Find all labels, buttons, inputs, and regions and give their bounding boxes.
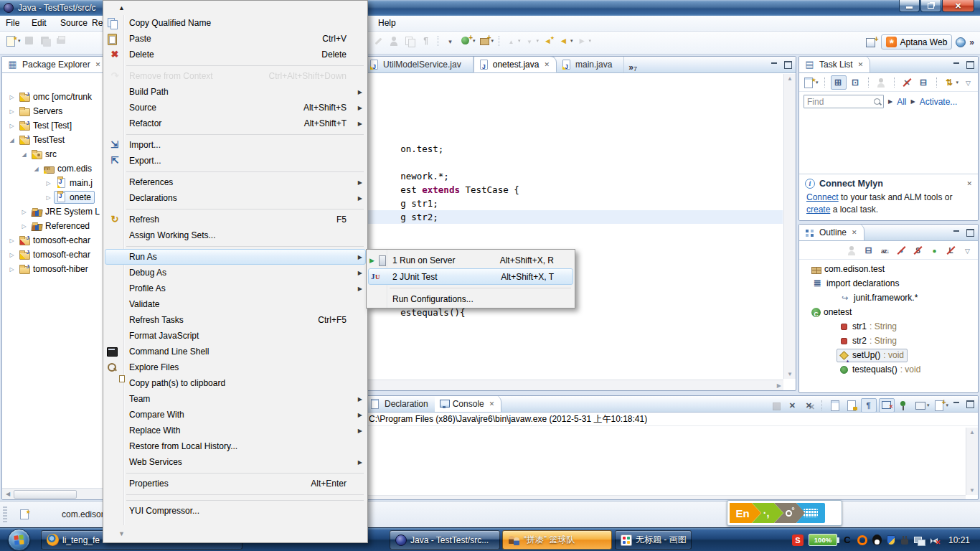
context-menu-item[interactable]: Team ▶	[105, 391, 366, 407]
context-menu-item[interactable]	[126, 497, 366, 503]
context-menu-item[interactable]: Explore Files	[105, 359, 366, 375]
submenu-item[interactable]	[389, 285, 573, 291]
context-menu-item[interactable]: Web Services ▶	[105, 454, 366, 470]
toolbar-button[interactable]	[403, 34, 418, 47]
perspective-overflow[interactable]: »	[969, 37, 974, 47]
toolbar-button[interactable]	[786, 399, 800, 412]
toolbar-button[interactable]: ▾	[802, 76, 819, 89]
toolbar-button[interactable]	[541, 34, 555, 47]
context-menu-item[interactable]: Replace With ▶	[105, 423, 366, 438]
toolbar-button[interactable]	[897, 399, 911, 412]
taskbar-button[interactable]: “拼凑” 篮球队	[502, 530, 612, 550]
console-vertical-scrollbar[interactable]: ▲ ▼	[966, 428, 978, 495]
clock[interactable]: 10:21	[948, 535, 970, 545]
outline-row[interactable]: onetest	[799, 305, 978, 319]
minimize-icon[interactable]	[951, 227, 962, 238]
toolbar-button[interactable]	[865, 76, 872, 89]
context-menu-item[interactable]: Validate	[105, 296, 366, 312]
context-menu-item[interactable]	[126, 131, 366, 137]
package-explorer-tab[interactable]: Package Explorer ✕	[2, 56, 108, 72]
toolbar-button[interactable]	[802, 399, 816, 412]
context-menu-item[interactable]: Format JavaScript	[105, 328, 366, 344]
toolbar-button[interactable]	[911, 244, 925, 257]
minimize-icon[interactable]	[951, 399, 962, 410]
battery-indicator[interactable]: 100%	[809, 534, 837, 546]
scroll-right-icon[interactable]: ▶	[777, 382, 781, 389]
toolbar-button[interactable]	[387, 34, 402, 47]
tree-twistie-icon[interactable]: ▷	[6, 108, 17, 115]
toolbar-button[interactable]	[821, 76, 829, 89]
toolbar-button[interactable]	[372, 34, 386, 47]
editor-tab[interactable]: main.java	[557, 56, 624, 72]
context-menu-item[interactable]: Refresh F5	[105, 212, 366, 227]
tree-twistie-icon[interactable]: ▷	[6, 94, 17, 100]
minimize-icon[interactable]	[951, 60, 962, 70]
toolbar-button[interactable]: ▾	[4, 34, 22, 47]
orange-o-icon[interactable]	[857, 535, 867, 545]
toolbar-button[interactable]	[878, 244, 892, 257]
toolbar-button[interactable]	[944, 244, 958, 257]
context-menu-item[interactable]: Run As ▶	[105, 249, 366, 265]
mylyn-close-icon[interactable]: ✕	[966, 180, 972, 187]
view-close-icon[interactable]: ✕	[858, 61, 864, 68]
maximize-icon[interactable]	[964, 227, 976, 238]
toolbar-button[interactable]	[879, 398, 895, 413]
context-menu-item[interactable]	[126, 206, 366, 212]
toolbar-button[interactable]: ▾	[575, 34, 593, 47]
context-menu-item[interactable]: Build Path ▶	[105, 84, 366, 100]
context-menu-item[interactable]	[126, 62, 366, 68]
context-menu-item[interactable]: Command Line Shell	[105, 344, 366, 359]
tree-twistie-icon[interactable]: ▷	[6, 237, 17, 244]
context-menu-item[interactable]	[126, 243, 366, 249]
menu-edit[interactable]: Edit	[32, 18, 47, 28]
tree-twistie-icon[interactable]: ◢	[31, 166, 42, 172]
tree-twistie-icon[interactable]: ▷	[43, 180, 54, 187]
toolbar-button[interactable]: ▾	[478, 34, 495, 47]
toolbar-button[interactable]	[23, 34, 37, 47]
context-menu-item[interactable]: Copy Qualified Name	[105, 15, 366, 31]
toolbar-button[interactable]	[933, 76, 941, 89]
context-menu-item[interactable]: Properties Alt+Enter	[105, 476, 366, 491]
outline-tab[interactable]: Outline ✕	[799, 224, 864, 240]
menu-scroll-down[interactable]	[103, 525, 367, 542]
toolbar-button[interactable]	[861, 398, 877, 413]
context-menu-item[interactable]: Export...	[105, 153, 366, 169]
outline-row[interactable]: import declarations	[799, 276, 978, 291]
toolbar-button[interactable]: ▾	[557, 34, 574, 47]
restore-button[interactable]	[920, 0, 941, 12]
view-close-icon[interactable]: ✕	[489, 400, 495, 408]
mylyn-create-link[interactable]: create	[806, 204, 830, 215]
toolbar-button[interactable]	[419, 34, 433, 47]
code-editor-area[interactable]: on.test; nework.*; est extends TestCase …	[364, 74, 783, 379]
editor-horizontal-scrollbar[interactable]: ▶	[364, 380, 783, 390]
tree-twistie-icon[interactable]: ▷	[6, 123, 17, 129]
toolbar-button[interactable]	[891, 76, 898, 89]
toolbar-button[interactable]	[900, 76, 915, 89]
power-plug-icon[interactable]	[900, 535, 909, 545]
context-menu-item[interactable]: Delete Delete	[105, 47, 366, 62]
toolbar-button[interactable]	[496, 34, 503, 47]
context-menu-item[interactable]: YUI Compressor...	[105, 503, 366, 519]
toolbar-button[interactable]	[862, 244, 876, 257]
tree-twistie-icon[interactable]: ▷	[19, 223, 29, 230]
qq-icon[interactable]	[872, 534, 882, 545]
scroll-left-icon[interactable]: ◀	[2, 489, 14, 500]
editor-vertical-scrollbar[interactable]: ▲ ▼	[783, 74, 796, 379]
outline-row[interactable]: str1 : String	[799, 319, 978, 334]
find-magnifier-icon[interactable]	[873, 98, 882, 106]
toolbar-button[interactable]: ▾	[504, 34, 522, 47]
tree-twistie-icon[interactable]: ◢	[6, 137, 17, 143]
toolbar-button[interactable]	[769, 399, 783, 412]
context-menu-item[interactable]: Copy path(s) to clipboard	[105, 375, 366, 391]
maximize-icon[interactable]	[782, 60, 793, 70]
toolbar-button[interactable]	[895, 244, 909, 257]
context-menu-item[interactable]: Source Alt+Shift+S ▶	[105, 100, 366, 116]
console-horizontal-scrollbar[interactable]	[364, 495, 966, 499]
declaration-tab[interactable]: Declaration	[364, 395, 435, 412]
find-input[interactable]	[804, 95, 884, 108]
toolbar-button[interactable]	[917, 76, 931, 89]
context-menu-item[interactable]: Debug As ▶	[105, 265, 366, 281]
context-menu-item[interactable]	[126, 491, 366, 497]
submenu-item[interactable]: Run Configurations...	[368, 291, 573, 307]
context-menu-item[interactable]: Restore from Local History...	[105, 438, 366, 454]
